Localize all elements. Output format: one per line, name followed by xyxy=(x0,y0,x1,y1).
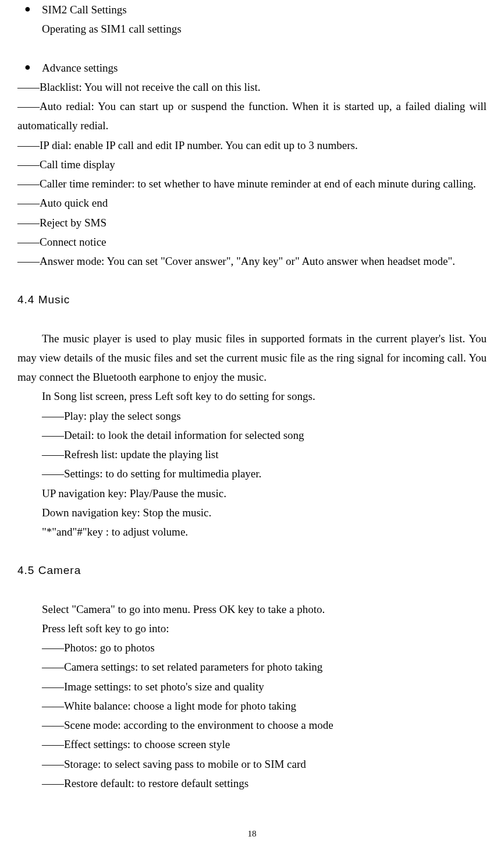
body-line: ——Storage: to select saving pass to mobi… xyxy=(17,754,487,774)
body-line: ——Settings: to do setting for multimedia… xyxy=(17,464,487,483)
body-line: ——Camera settings: to set related parame… xyxy=(17,657,487,676)
body-line: ——Blacklist: You will not receive the ca… xyxy=(17,77,487,97)
body-line: In Song list screen, press Left soft key… xyxy=(17,387,487,406)
document-page: ● SIM2 Call Settings Operating as SIM1 c… xyxy=(0,0,504,847)
bullet-label: Advance settings xyxy=(42,58,487,77)
spacer xyxy=(17,39,487,58)
body-line: ——Photos: go to photos xyxy=(17,638,487,657)
body-line: ——Effect settings: to choose screen styl… xyxy=(17,735,487,754)
body-line: ——Scene mode: according to the environme… xyxy=(17,715,487,735)
body-line: ——White balance: choose a light mode for… xyxy=(17,696,487,715)
body-line: ——Play: play the select songs xyxy=(17,406,487,426)
body-paragraph: The music player is used to play music f… xyxy=(17,329,487,387)
body-line: ——Detail: to look the detail information… xyxy=(17,426,487,445)
section-heading-music: 4.4 Music xyxy=(17,290,487,309)
body-line: ——Answer mode: You can set "Cover answer… xyxy=(17,251,487,271)
body-line: Down navigation key: Stop the music. xyxy=(17,503,487,522)
body-line: Select "Camera" to go into menu. Press O… xyxy=(17,600,487,619)
body-line: ——Caller time reminder: to set whether t… xyxy=(17,174,487,193)
body-line: UP navigation key: Play/Pause the music. xyxy=(17,484,487,503)
body-line: ——Reject by SMS xyxy=(17,213,487,232)
body-line: ——Auto redial: You can start up or suspe… xyxy=(17,97,487,136)
body-line: Press left soft key to go into: xyxy=(17,619,487,638)
bullet-item-advance: ● Advance settings xyxy=(17,58,487,77)
body-line: ——Refresh list: update the playing list xyxy=(17,445,487,464)
bullet-icon: ● xyxy=(24,0,42,19)
body-line: "*"and"#"key : to adjust volume. xyxy=(17,522,487,541)
section-heading-camera: 4.5 Camera xyxy=(17,561,487,580)
body-line: ——Call time display xyxy=(17,155,487,174)
spacer xyxy=(17,271,487,290)
page-number: 18 xyxy=(0,826,504,841)
bullet-icon: ● xyxy=(24,58,42,77)
body-line: ——Connect notice xyxy=(17,232,487,251)
body-line: ——Image settings: to set photo's size an… xyxy=(17,677,487,696)
body-line: ——Auto quick end xyxy=(17,193,487,212)
body-line: ——IP dial: enable IP call and edit IP nu… xyxy=(17,136,487,155)
spacer xyxy=(17,541,487,561)
bullet-sub-text: Operating as SIM1 call settings xyxy=(17,19,487,38)
bullet-label: SIM2 Call Settings xyxy=(42,0,487,19)
bullet-item-sim2: ● SIM2 Call Settings xyxy=(17,0,487,19)
spacer xyxy=(17,310,487,329)
body-line: ——Restore default: to restore default se… xyxy=(17,774,487,793)
spacer xyxy=(17,580,487,600)
